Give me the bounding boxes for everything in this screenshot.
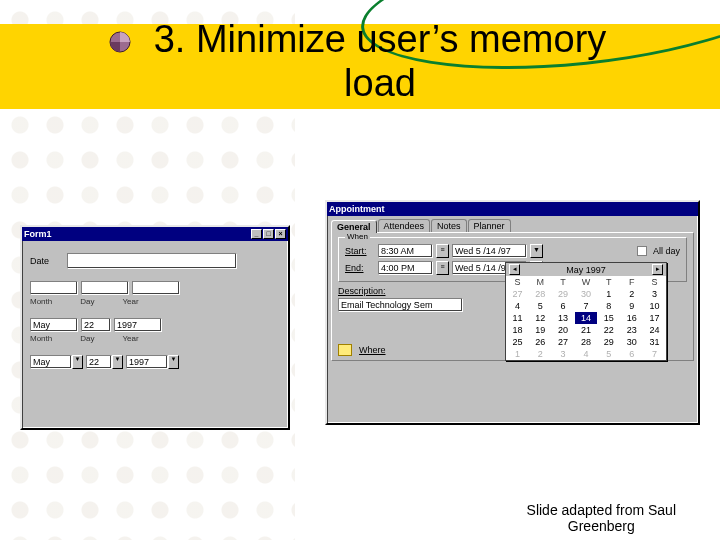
tab-planner[interactable]: Planner [468, 219, 511, 232]
chevron-down-icon[interactable]: ▼ [168, 355, 179, 369]
calendar-day[interactable]: 6 [552, 300, 575, 312]
calendar-day[interactable]: 13 [552, 312, 575, 324]
appointment-title: Appointment [329, 204, 385, 214]
calendar-day[interactable]: 28 [575, 336, 598, 348]
description-label: Description: [338, 286, 386, 296]
year-label-2: Year [122, 334, 138, 343]
bullet-icon [108, 30, 132, 54]
day-combo[interactable]: 22 ▼ [86, 355, 123, 369]
calendar-day[interactable]: 27 [552, 336, 575, 348]
calendar-day[interactable]: 2 [529, 348, 552, 360]
dow-header: W [575, 276, 598, 288]
when-label: When [345, 232, 370, 241]
start-time-spinner[interactable]: ≡ [436, 244, 449, 258]
dow-header: F [620, 276, 643, 288]
calendar-grid: SMTWTFS 27282930123456789101112131415161… [506, 276, 666, 360]
calendar-day[interactable]: 16 [620, 312, 643, 324]
description-input[interactable]: Email Technology Sem [338, 298, 463, 312]
start-time-input[interactable]: 8:30 AM [378, 244, 433, 258]
calendar-day[interactable]: 2 [620, 288, 643, 300]
form1-titlebar[interactable]: Form1 _ □ × [22, 227, 288, 241]
calendar-day[interactable]: 28 [529, 288, 552, 300]
calendar-day[interactable]: 17 [643, 312, 666, 324]
start-date-dropdown[interactable]: ▼ [530, 244, 543, 258]
calendar-day[interactable]: 23 [620, 324, 643, 336]
calendar-day[interactable]: 31 [643, 336, 666, 348]
calendar-day[interactable]: 24 [643, 324, 666, 336]
calendar-day[interactable]: 30 [620, 336, 643, 348]
minimize-button[interactable]: _ [251, 229, 262, 239]
calendar-day[interactable]: 3 [643, 288, 666, 300]
calendar-day[interactable]: 15 [597, 312, 620, 324]
calendar-day[interactable]: 21 [575, 324, 598, 336]
calendar-day[interactable]: 1 [597, 288, 620, 300]
date-input[interactable] [67, 253, 237, 269]
calendar-day[interactable]: 19 [529, 324, 552, 336]
calendar-day[interactable]: 12 [529, 312, 552, 324]
day-value-2: 22 [86, 355, 112, 369]
calendar-day[interactable]: 20 [552, 324, 575, 336]
dow-header: S [643, 276, 666, 288]
calendar-day[interactable]: 29 [597, 336, 620, 348]
calendar-day[interactable]: 10 [643, 300, 666, 312]
year-value-2: 1997 [126, 355, 168, 369]
calendar-day[interactable]: 30 [575, 288, 598, 300]
calendar-day[interactable]: 3 [552, 348, 575, 360]
slide-title: 3. Minimize user’s memory load [100, 18, 660, 105]
calendar-day[interactable]: 4 [506, 300, 529, 312]
calendar-day[interactable]: 4 [575, 348, 598, 360]
year-combo[interactable]: 1997 ▼ [126, 355, 179, 369]
appointment-titlebar[interactable]: Appointment [327, 202, 698, 216]
calendar-day[interactable]: 1 [506, 348, 529, 360]
day-label-2: Day [80, 334, 94, 343]
day-value-1[interactable]: 22 [81, 318, 111, 332]
start-label: Start: [345, 246, 375, 256]
form1-window: Form1 _ □ × Date Month Day Year [20, 225, 290, 430]
month-combo[interactable]: May ▼ [30, 355, 83, 369]
allday-label: All day [653, 246, 680, 256]
calendar-day[interactable]: 18 [506, 324, 529, 336]
chevron-down-icon[interactable]: ▼ [72, 355, 83, 369]
month-input-1[interactable] [30, 281, 78, 295]
calendar-day[interactable]: 27 [506, 288, 529, 300]
chevron-down-icon[interactable]: ▼ [112, 355, 123, 369]
calendar-day[interactable]: 9 [620, 300, 643, 312]
month-value-2: May [30, 355, 72, 369]
calendar-day[interactable]: 26 [529, 336, 552, 348]
end-label: End: [345, 263, 375, 273]
dow-header: T [597, 276, 620, 288]
tab-notes[interactable]: Notes [431, 219, 467, 232]
attribution-line1: Slide adapted from Saul [527, 502, 676, 518]
calendar-day[interactable]: 22 [597, 324, 620, 336]
date-picker-popup[interactable]: ◂ May 1997 ▸ SMTWTFS 2728293012345678910… [505, 262, 667, 361]
calendar-day[interactable]: 25 [506, 336, 529, 348]
close-button[interactable]: × [275, 229, 286, 239]
prev-month-button[interactable]: ◂ [509, 264, 520, 275]
allday-checkbox[interactable] [637, 246, 647, 256]
end-time-input[interactable]: 4:00 PM [378, 261, 433, 275]
title-line1: 3. Minimize user’s memory [154, 18, 607, 60]
year-value-1[interactable]: 1997 [114, 318, 162, 332]
calendar-day[interactable]: 14 [575, 312, 598, 324]
year-label: Year [122, 297, 138, 306]
end-time-spinner[interactable]: ≡ [436, 261, 449, 275]
calendar-day[interactable]: 5 [529, 300, 552, 312]
form1-title: Form1 [24, 229, 52, 239]
calendar-day[interactable]: 8 [597, 300, 620, 312]
calendar-day[interactable]: 6 [620, 348, 643, 360]
month-value-1[interactable]: May [30, 318, 78, 332]
calendar-day[interactable]: 29 [552, 288, 575, 300]
tab-attendees[interactable]: Attendees [378, 219, 431, 232]
next-month-button[interactable]: ▸ [652, 264, 663, 275]
start-date-input[interactable]: Wed 5 /14 /97 [452, 244, 527, 258]
day-input-1[interactable] [81, 281, 129, 295]
calendar-day[interactable]: 11 [506, 312, 529, 324]
calendar-day[interactable]: 5 [597, 348, 620, 360]
year-input-1[interactable] [132, 281, 180, 295]
calendar-day[interactable]: 7 [643, 348, 666, 360]
dow-header: S [506, 276, 529, 288]
calendar-day[interactable]: 7 [575, 300, 598, 312]
maximize-button[interactable]: □ [263, 229, 274, 239]
tabs-bar: General Attendees Notes Planner [327, 216, 698, 232]
month-label-2: Month [30, 334, 52, 343]
